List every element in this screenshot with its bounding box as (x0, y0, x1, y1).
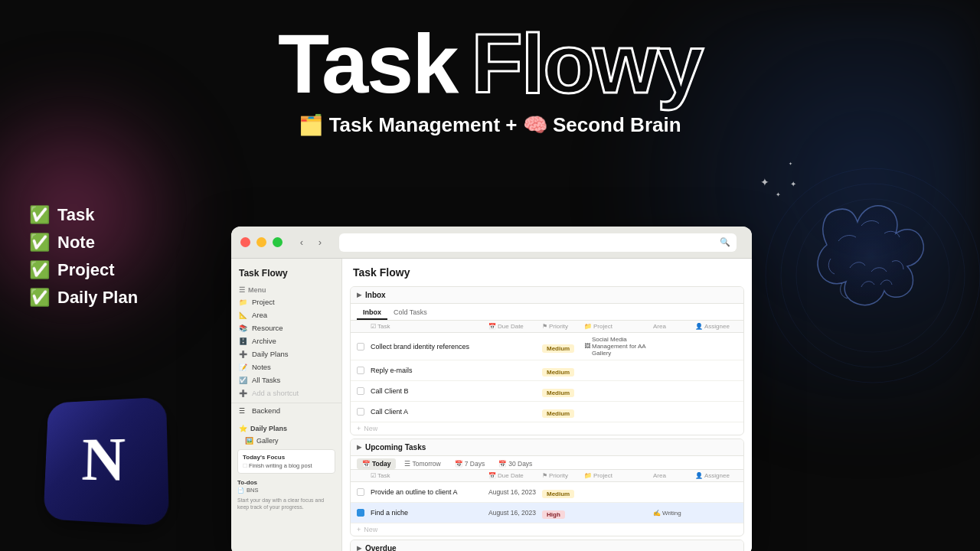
subtitle: 🗂️ Task Management + 🧠 Second Brain (0, 113, 980, 137)
table-row: Call Client B Medium (351, 381, 743, 402)
upcoming-checkbox-1[interactable] (357, 509, 364, 517)
overdue-section-header[interactable]: ▶ Overdue (351, 540, 743, 551)
upcoming-col-due: 📅Due Date (488, 472, 542, 479)
upcoming-col-priority: ⚑Priority (542, 472, 584, 479)
inbox-section-header[interactable]: ▶ Inbox (351, 287, 743, 304)
sidebar-item-project[interactable]: 📁 Project (231, 295, 341, 308)
upcoming-col-project: 📁Project (584, 472, 653, 479)
notion-n-letter: N (81, 425, 126, 496)
inbox-tab-bar: Inbox Cold Tasks (351, 304, 743, 321)
upcoming-tab-tomorrow[interactable]: ☰Tomorrow (399, 458, 446, 469)
upcoming-tab-bar: 📅Today ☰Tomorrow 📅7 Days 📅30 Days (351, 456, 743, 470)
upcoming-checkbox-0[interactable] (357, 488, 364, 496)
col-checkbox (357, 323, 371, 330)
browser-dot-yellow[interactable] (256, 237, 266, 247)
priority-badge-1: Medium (542, 368, 574, 377)
title-task: Task (278, 21, 458, 106)
table-row: Collect brand identity references Medium… (351, 333, 743, 360)
upcoming-area-1: ✍Writing (653, 510, 695, 517)
todo-item-bns: 📄 BNS (231, 486, 341, 494)
sidebar-item-daily-plans[interactable]: ➕ Daily Plans (231, 347, 341, 360)
sidebar-item-archive[interactable]: 🗄️ Archive (231, 334, 341, 347)
overdue-arrow-icon: ▶ (357, 545, 361, 551)
sidebar-app-title: Task Flowy (231, 265, 341, 285)
upcoming-col-check (357, 472, 371, 479)
priority-badge-0: Medium (542, 344, 574, 353)
notion-cube: N (42, 398, 172, 528)
upcoming-tab-today[interactable]: 📅Today (357, 458, 396, 469)
row-checkbox-0[interactable] (357, 343, 364, 350)
title-flowy: Flowy (471, 21, 702, 106)
col-priority: ⚑Priority (542, 323, 584, 330)
check-item-note: ✅ Note (29, 233, 138, 253)
upcoming-col-area: Area (653, 472, 695, 479)
priority-badge-3: Medium (542, 409, 574, 418)
check-item-daily-plan: ✅ Daily Plan (29, 288, 138, 308)
row-checkbox-3[interactable] (357, 408, 364, 416)
check-item-task: ✅ Task (29, 205, 138, 225)
inbox-arrow-icon: ▶ (357, 292, 361, 298)
upcoming-col-task: ☑Task (371, 472, 488, 479)
upcoming-priority-1: High (542, 510, 565, 519)
brain-illustration (750, 138, 980, 413)
page-title: Task Flowy (342, 259, 752, 283)
col-project: 📁Project (584, 323, 653, 330)
overdue-section: ▶ Overdue (350, 540, 744, 551)
sidebar-gallery-item[interactable]: 🖼️ Gallery (231, 435, 341, 446)
tab-cold-tasks[interactable]: Cold Tasks (387, 306, 433, 320)
upcoming-priority-0: Medium (542, 490, 574, 498)
col-due-date: 📅Due Date (488, 323, 542, 330)
upcoming-section-header[interactable]: ▶ Upcoming Tasks (351, 439, 743, 456)
main-content: Task Flowy ▶ Inbox Inbox Cold Tasks (342, 259, 752, 551)
table-row: Call Client A Medium (351, 402, 743, 422)
sidebar-menu-header: ☰ Menu (231, 285, 341, 295)
sidebar-item-backend[interactable]: ☰ Backend (231, 403, 341, 417)
inbox-new-row[interactable]: +New (351, 422, 743, 435)
browser-address-bar[interactable]: 🔍 (339, 233, 737, 252)
sidebar-item-resource[interactable]: 📚 Resource (231, 321, 341, 334)
browser-content: Task Flowy ☰ Menu 📁 Project 📐 Area 📚 Res… (231, 259, 752, 551)
header: Task Flowy 🗂️ Task Management + 🧠 Second… (0, 0, 980, 137)
browser-dot-red[interactable] (240, 237, 250, 247)
sidebar-item-area[interactable]: 📐 Area (231, 308, 341, 321)
project-tag-0: 🖼Social Media Management for AA Gallery (584, 336, 653, 357)
sidebar-item-notes[interactable]: 📝 Notes (231, 360, 341, 373)
sidebar-focus-card: Today's Focus ☐ Finish writing a blog po… (237, 449, 335, 474)
address-search-icon: 🔍 (720, 237, 730, 247)
sidebar-daily-plans-header[interactable]: ⭐ Daily Plans (231, 422, 341, 435)
browser-nav: ‹ › (295, 236, 327, 249)
title-row: Task Flowy (0, 21, 980, 106)
forward-arrow-icon[interactable]: › (313, 236, 327, 249)
col-assignee: 👤Assignee (695, 323, 737, 330)
upcoming-new-row[interactable]: +New (351, 523, 743, 536)
upcoming-col-assignee: 👤Assignee (695, 472, 737, 479)
upcoming-tab-30days[interactable]: 📅30 Days (493, 458, 537, 469)
sidebar-start-text: Start your day with a clear focus and ke… (231, 494, 341, 513)
row-checkbox-1[interactable] (357, 367, 364, 374)
todos-label: To-dos (231, 477, 341, 486)
priority-badge-2: Medium (542, 389, 574, 397)
table-row: Provide an outline to client A August 16… (351, 482, 743, 503)
upcoming-section: ▶ Upcoming Tasks 📅Today ☰Tomorrow 📅7 Day… (350, 439, 744, 536)
upcoming-tab-7days[interactable]: 📅7 Days (449, 458, 490, 469)
browser-window: ‹ › 🔍 Task Flowy ☰ Menu 📁 Project 📐 Area (231, 227, 752, 551)
inbox-section: ▶ Inbox Inbox Cold Tasks ☑Task (350, 286, 744, 435)
browser-bar: ‹ › 🔍 (231, 227, 752, 259)
col-area: Area (653, 323, 695, 330)
sidebar: Task Flowy ☰ Menu 📁 Project 📐 Area 📚 Res… (231, 259, 342, 551)
sidebar-item-add-shortcut[interactable]: ➕ Add a shortcut (231, 386, 341, 399)
row-checkbox-2[interactable] (357, 387, 364, 395)
back-arrow-icon[interactable]: ‹ (295, 236, 309, 249)
col-task: ☑Task (371, 323, 488, 330)
tab-inbox[interactable]: Inbox (357, 306, 387, 320)
check-item-project: ✅ Project (29, 260, 138, 280)
sidebar-item-all-tasks[interactable]: ☑️ All Tasks (231, 373, 341, 386)
upcoming-arrow-icon: ▶ (357, 444, 361, 451)
table-row: Find a niche August 16, 2023 High ✍Writi… (351, 503, 743, 523)
left-checklist: ✅ Task ✅ Note ✅ Project ✅ Daily Plan (29, 205, 138, 315)
inbox-table-header: ☑Task 📅Due Date ⚑Priority 📁Project Area (351, 321, 743, 333)
browser-dot-green[interactable] (273, 237, 283, 247)
upcoming-table-header: ☑Task 📅Due Date ⚑Priority 📁Project Area (351, 470, 743, 482)
table-row: Reply e-mails Medium (351, 360, 743, 381)
